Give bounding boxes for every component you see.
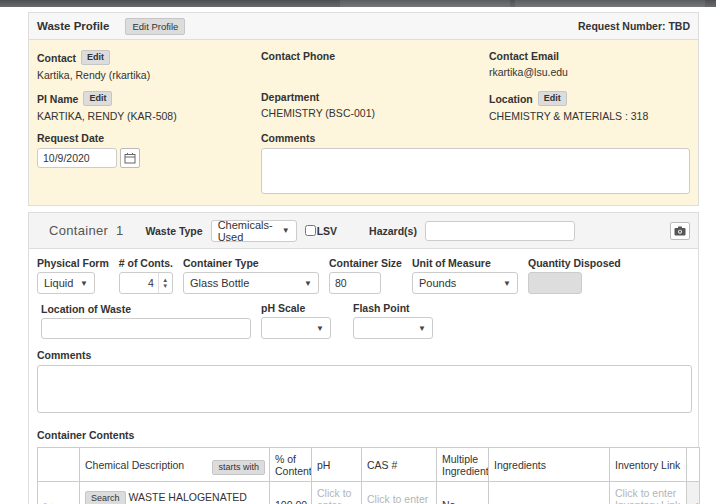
camera-button[interactable] <box>670 222 690 240</box>
inventory-link-cell[interactable]: Click to enter Inventory Link # <box>610 482 687 504</box>
waste-type-label: Waste Type <box>145 225 202 237</box>
department-label: Department <box>261 91 489 103</box>
col-inventory-link: Inventory Link <box>610 448 687 482</box>
calendar-icon <box>124 152 136 164</box>
ph-scale-field: pH Scale ▼ <box>261 302 331 339</box>
lsv-label: LSV <box>317 225 337 237</box>
container-type-select[interactable]: Glass Bottle ▼ <box>183 272 319 294</box>
contact-email-value: rkartika@lsu.edu <box>489 66 690 78</box>
table-row: ☞ Search WASTE HALOGENATED SOLVENTS - KA… <box>38 482 700 504</box>
container-contents-label: Container Contents <box>37 429 690 441</box>
num-conts-label: # of Conts. <box>119 257 173 269</box>
flash-point-label: Flash Point <box>353 302 433 314</box>
contact-phone-value <box>261 66 489 78</box>
calendar-button[interactable] <box>120 148 140 168</box>
top-bar-segment <box>340 0 510 7</box>
col-chemical-description: Chemical Description starts with <box>80 448 270 482</box>
container-size-field: Container Size <box>329 257 402 294</box>
physical-form-select[interactable]: Liquid ▼ <box>37 272 95 294</box>
profile-comments-textarea[interactable] <box>261 148 690 194</box>
window-top-bar <box>0 0 716 7</box>
col-cas: CAS # <box>362 448 437 482</box>
flash-point-select[interactable]: ▼ <box>353 317 433 339</box>
waste-type-select[interactable]: Chemicals-Used ▼ <box>211 220 297 242</box>
location-of-waste-field: Location of Waste <box>41 303 251 339</box>
num-conts-value: 4 <box>120 273 158 293</box>
container-comments-field: Comments <box>37 349 690 415</box>
multiple-ingredients-cell[interactable]: No <box>437 482 489 504</box>
location-value: CHEMISTRY & MATERIALS : 318 <box>489 110 690 122</box>
location-of-waste-input[interactable] <box>41 318 251 339</box>
container-body: Physical Form Liquid ▼ # of Conts. 4 ▲ ▼… <box>29 249 698 504</box>
contact-phone-label: Contact Phone <box>261 50 489 62</box>
table-scrollbar[interactable]: ▲ <box>687 482 700 504</box>
stepper-arrows[interactable]: ▲ ▼ <box>158 273 172 293</box>
container-panel: Container 1 Waste Type Chemicals-Used ▼ … <box>28 212 699 504</box>
hazards-label: Hazard(s) <box>369 225 417 237</box>
chevron-down-icon: ▼ <box>316 324 324 333</box>
contact-edit-button[interactable]: Edit <box>81 50 110 65</box>
request-date-input[interactable] <box>37 148 117 168</box>
location-edit-button[interactable]: Edit <box>538 91 567 106</box>
location-label: Location Edit <box>489 91 690 106</box>
location-of-waste-label: Location of Waste <box>41 303 251 315</box>
ph-scale-select[interactable]: ▼ <box>261 317 331 339</box>
top-bar-segment <box>515 0 705 7</box>
num-conts-field: # of Conts. 4 ▲ ▼ <box>119 257 173 294</box>
edit-profile-button[interactable]: Edit Profile <box>125 18 185 35</box>
chevron-down-icon: ▼ <box>418 324 426 333</box>
quantity-disposed-field: Quantity Disposed <box>528 257 621 294</box>
col-ph: pH <box>312 448 362 482</box>
ingredients-cell <box>489 482 610 504</box>
unit-of-measure-select[interactable]: Pounds ▼ <box>412 272 518 294</box>
container-type-label: Container Type <box>183 257 319 269</box>
lsv-checkbox-group: LSV <box>305 225 337 237</box>
ph-cell[interactable]: Click to enter pH <box>312 482 362 504</box>
unit-of-measure-field: Unit of Measure Pounds ▼ <box>412 257 518 294</box>
chevron-down-icon: ▼ <box>503 279 511 288</box>
container-type-field: Container Type Glass Bottle ▼ <box>183 257 319 294</box>
table-header-row: Chemical Description starts with % of Co… <box>38 448 700 482</box>
lsv-checkbox[interactable] <box>305 225 316 236</box>
request-number: Request Number: TBD <box>578 20 690 32</box>
starts-with-button[interactable]: starts with <box>212 460 265 475</box>
chevron-down-icon: ▼ <box>80 279 88 288</box>
row-pointer-cell[interactable]: ☞ <box>38 482 80 504</box>
container-header: Container 1 Waste Type Chemicals-Used ▼ … <box>29 213 698 249</box>
col-scrollbar <box>687 448 700 482</box>
col-multiple-ingredients: Multiple Ingredients <box>437 448 489 482</box>
container-size-input[interactable] <box>329 272 381 294</box>
container-title: Container 1 <box>49 223 123 238</box>
physical-form-field: Physical Form Liquid ▼ <box>37 257 109 294</box>
quantity-disposed-label: Quantity Disposed <box>528 257 621 269</box>
unit-of-measure-label: Unit of Measure <box>412 257 518 269</box>
contact-label: Contact Edit <box>37 50 261 65</box>
request-date-label: Request Date <box>37 132 261 144</box>
percent-content-cell: 100.00 <box>270 482 312 504</box>
container-contents-table: Chemical Description starts with % of Co… <box>37 447 700 504</box>
department-value: CHEMISTRY (BSC-001) <box>261 107 489 119</box>
chemical-description-cell: Search WASTE HALOGENATED SOLVENTS - KART… <box>80 482 270 504</box>
contact-value: Kartika, Rendy (rkartika) <box>37 69 261 81</box>
ph-scale-label: pH Scale <box>261 302 331 314</box>
col-hand <box>38 448 80 482</box>
waste-profile-panel: Waste Profile Edit Profile Request Numbe… <box>28 12 699 206</box>
cas-cell[interactable]: Click to enter CAS # <box>362 482 437 504</box>
chevron-down-icon: ▼ <box>304 279 312 288</box>
camera-icon <box>674 226 686 236</box>
pi-name-edit-button[interactable]: Edit <box>83 91 112 106</box>
num-conts-stepper[interactable]: 4 ▲ ▼ <box>119 272 173 294</box>
hazards-input[interactable] <box>425 221 575 241</box>
container-number: 1 <box>116 223 124 238</box>
scroll-up-icon[interactable]: ▲ <box>692 499 700 504</box>
pi-name-label: PI Name Edit <box>37 91 261 106</box>
stepper-down-icon[interactable]: ▼ <box>162 283 168 289</box>
col-percent-content: % of Content <box>270 448 312 482</box>
col-ingredients: Ingredients <box>489 448 610 482</box>
profile-comments-label: Comments <box>261 132 690 144</box>
waste-profile-body: Contact Edit Kartika, Rendy (rkartika) C… <box>29 40 698 205</box>
page-title: Waste Profile <box>37 20 109 32</box>
container-comments-textarea[interactable] <box>37 365 692 413</box>
search-button[interactable]: Search <box>85 491 126 504</box>
pi-name-value: KARTIKA, RENDY (KAR-508) <box>37 110 261 122</box>
